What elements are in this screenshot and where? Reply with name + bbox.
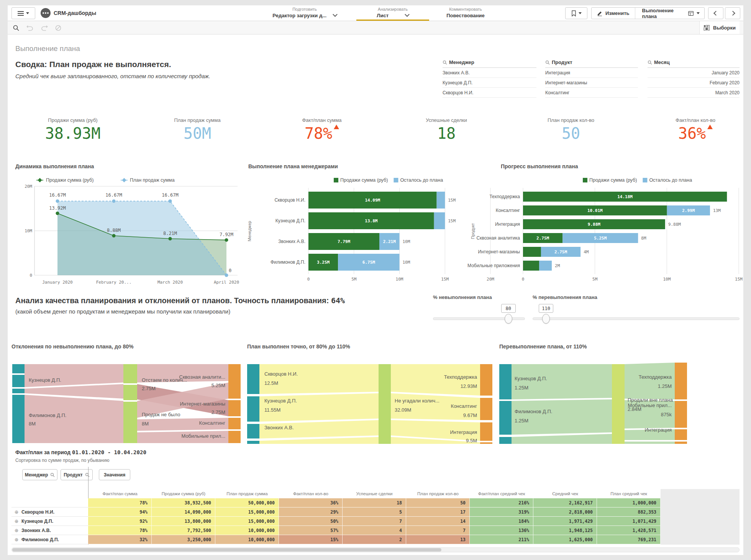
table-cell[interactable]: 50%: [279, 517, 343, 526]
table-cell[interactable]: 1,071,429: [597, 517, 661, 526]
table-row-name[interactable]: ⊕Филимонов Д.П.: [11, 535, 88, 544]
table-header-Факт/план кол-во[interactable]: Факт/план кол-во: [279, 490, 343, 498]
kpi-4[interactable]: Успешные сделки18: [385, 117, 508, 142]
chevron-down-icon[interactable]: [333, 12, 338, 17]
table-header-Средний чек[interactable]: Средний чек: [533, 490, 597, 498]
nav-prepare[interactable]: Подготовить Редактор загрузки д...: [268, 7, 341, 18]
table-cell[interactable]: 15,000,000: [215, 507, 279, 517]
redo-icon[interactable]: [41, 24, 48, 32]
filter-item[interactable]: Интеграция: [545, 68, 638, 78]
table-cell[interactable]: 7: [343, 517, 406, 526]
table-cell[interactable]: 78%: [88, 526, 152, 535]
table-cell[interactable]: 14,090,000: [152, 507, 215, 517]
table-row-name[interactable]: [11, 498, 88, 507]
nav-narrate-value[interactable]: Повествование: [435, 13, 496, 18]
table-cell[interactable]: 1,000,000: [597, 498, 661, 507]
smart-search-icon[interactable]: [12, 24, 20, 32]
table-cell[interactable]: 216%: [470, 498, 533, 507]
table-cell[interactable]: 38,932,500: [152, 498, 215, 507]
chevron-down-icon[interactable]: [405, 12, 410, 17]
table-cell[interactable]: 184%: [470, 517, 533, 526]
app-title[interactable]: CRM-дашборды: [54, 10, 96, 16]
table-cell[interactable]: 2,818,000: [533, 507, 597, 517]
table-row-name[interactable]: ⊕Кузнецов Д.П.: [11, 517, 88, 526]
slider-thumb[interactable]: [542, 314, 550, 324]
filter-item[interactable]: Скворцов Н.И.: [443, 88, 536, 98]
table-cell[interactable]: 15,000,000: [215, 517, 279, 526]
edit-button[interactable]: Изменить: [592, 8, 635, 19]
table-cell[interactable]: 10,000,000: [215, 526, 279, 535]
table-cell[interactable]: 882,353: [597, 507, 661, 517]
table-cell[interactable]: 78%: [88, 498, 152, 507]
table-cell[interactable]: 13,800,000: [152, 517, 215, 526]
table-cell[interactable]: 7,792,500: [152, 526, 215, 535]
table-cell[interactable]: 50,000,000: [215, 498, 279, 507]
table-cell[interactable]: 36%: [279, 498, 343, 507]
table-cell[interactable]: 10,000,000: [215, 535, 279, 544]
table-header-Успешные сделки[interactable]: Успешные сделки: [343, 490, 406, 498]
table-cell[interactable]: 32%: [88, 535, 152, 544]
table-row-name[interactable]: ⊕Звонких А.В.: [11, 526, 88, 535]
kpi-1[interactable]: Продажи сумма (руб)38.93M: [11, 117, 134, 142]
table-cell[interactable]: 136%: [470, 526, 533, 535]
sankey-sankey_under[interactable]: Кузнецов Д.П.Филимонов Д.П.8MОтстаем по …: [11, 360, 241, 448]
slider-value-box[interactable]: 110: [539, 304, 553, 313]
prev-sheet-button[interactable]: [708, 7, 723, 19]
table-cell[interactable]: 50: [406, 498, 470, 507]
table-cell[interactable]: 2,162,917: [533, 498, 597, 507]
sankey-sankey_exact[interactable]: Скворцов Н.И.12.5MКузнецов Д.П.11.55MЗво…: [247, 360, 494, 448]
table-header-Факт/план сумма[interactable]: Факт/план сумма: [88, 490, 152, 498]
clear-selections-icon[interactable]: [54, 24, 62, 32]
table-cell[interactable]: 15%: [279, 535, 343, 544]
sheet-selector[interactable]: Выполнение плана: [638, 8, 704, 19]
kpi-6[interactable]: Факт/план кол-во36%: [634, 117, 751, 142]
kpi-3[interactable]: Факт/план сумма78%: [261, 117, 383, 142]
table-header-План продаж кол-во[interactable]: План продаж кол-во: [406, 490, 470, 498]
table-column-button-Менеджер[interactable]: Менеджер: [22, 469, 57, 480]
table-row-name[interactable]: ⊕Скворцов Н.И.: [11, 507, 88, 517]
expand-row-icon[interactable]: ⊕: [15, 537, 18, 542]
table-cell[interactable]: 3,250,000: [152, 535, 215, 544]
filter-item[interactable]: Консалтинг: [545, 88, 638, 98]
table-header-План средний чек[interactable]: План средний чек: [597, 490, 661, 498]
filter-item[interactable]: Кузнецов Д.П.: [443, 78, 536, 88]
table-cell[interactable]: 1,971,429: [533, 517, 597, 526]
table-cell[interactable]: 7: [406, 526, 470, 535]
table-cell[interactable]: 211%: [470, 535, 533, 544]
filter-item[interactable]: Интернет-магазины: [545, 78, 638, 88]
table-cell[interactable]: 1,428,571: [597, 526, 661, 535]
filter-header-Продукт[interactable]: Продукт: [545, 59, 638, 68]
table-header-Продажи сумма (руб)[interactable]: Продажи сумма (руб): [152, 490, 215, 498]
table-cell[interactable]: 18: [343, 498, 406, 507]
table-cell[interactable]: 1,948,125: [533, 526, 597, 535]
slider-value-box[interactable]: 80: [501, 304, 516, 313]
filter-item[interactable]: February 2020: [648, 78, 740, 88]
table-cell[interactable]: 1,625,000: [533, 535, 597, 544]
table-cell[interactable]: 17: [406, 507, 470, 517]
expand-row-icon[interactable]: ⊕: [15, 519, 18, 524]
expand-row-icon[interactable]: ⊕: [15, 509, 18, 515]
table-cell[interactable]: 57%: [279, 526, 343, 535]
slider-track[interactable]: [533, 317, 740, 320]
filter-header-Месяц[interactable]: Месяц: [648, 59, 740, 68]
line-chart-dynamics[interactable]: 20M10M016.67M16.67M16.67M013.92M8.88M8.2…: [15, 172, 241, 292]
table-cell[interactable]: 5: [343, 507, 406, 517]
undo-icon[interactable]: [26, 24, 34, 32]
table-cell[interactable]: 13: [406, 535, 470, 544]
bar-chart-products[interactable]: 05M10M15MТехподдержка14.18MКонсалтинг10.…: [467, 172, 751, 292]
table-cell[interactable]: 4: [343, 526, 406, 535]
table-cell[interactable]: 29%: [279, 507, 343, 517]
filter-item[interactable]: March 2020: [648, 88, 740, 98]
selections-tool-button[interactable]: Выборки: [699, 21, 740, 34]
kpi-5[interactable]: План продаж кол-во50: [510, 117, 632, 142]
bookmarks-button[interactable]: [565, 7, 587, 19]
sankey-sankey_over[interactable]: Кузнецов Д.П.1.25MФилимонов Д.П.1.25MПро…: [499, 360, 687, 448]
expand-row-icon[interactable]: ⊕: [15, 528, 18, 533]
nav-narrate[interactable]: Комментировать Повествование: [435, 7, 496, 18]
global-menu-button[interactable]: [11, 7, 35, 19]
kpi-2[interactable]: План продаж сумма50M: [136, 117, 259, 142]
table-cell[interactable]: 92%: [88, 517, 152, 526]
table-header-Факт/план средний чек[interactable]: Факт/план средний чек: [470, 490, 533, 498]
table-hscrollbar-thumb[interactable]: [12, 548, 441, 552]
filter-item[interactable]: Звонких А.В.: [443, 68, 536, 78]
